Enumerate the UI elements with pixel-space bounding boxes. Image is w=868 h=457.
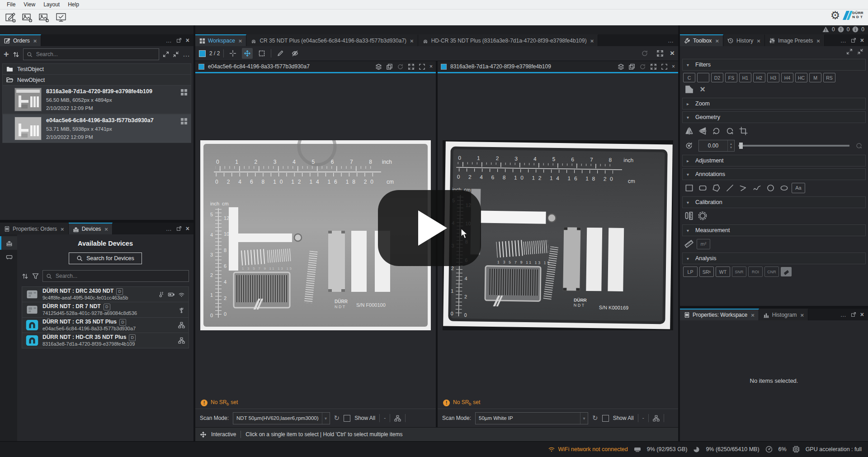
monitor-check-button[interactable]: [55, 12, 67, 24]
viewer-header[interactable]: e04ac5e6-6c84-4196-8a33-f577b3d930a7 ×: [195, 61, 436, 72]
image-stack-icon[interactable]: [386, 63, 393, 70]
scan-mode-dropdown[interactable]: 50µm White IP ▾: [475, 412, 588, 424]
rectangle-annotation-icon[interactable]: [683, 182, 695, 193]
tab-close-icon[interactable]: ×: [590, 38, 594, 44]
grid-view-icon[interactable]: [180, 89, 188, 96]
section-zoom[interactable]: ▸Zoom: [682, 98, 866, 109]
tabs-overflow-icon[interactable]: …: [668, 37, 674, 44]
panel-close-icon[interactable]: ×: [860, 311, 864, 318]
section-analysis[interactable]: ▾Analysis: [682, 252, 866, 264]
menu-file[interactable]: File: [3, 1, 19, 8]
tab-workspace[interactable]: Workspace ×: [195, 34, 246, 46]
tab-properties-workspace[interactable]: Properties: Workspace ×: [680, 309, 759, 320]
crop-icon[interactable]: [737, 125, 749, 136]
section-calibration[interactable]: ▾Calibration: [682, 196, 866, 208]
curve-annotation-icon[interactable]: [751, 182, 763, 193]
tab-image-presets[interactable]: Image Presets ×: [765, 34, 825, 46]
search-for-devices-button[interactable]: Search for Devices: [69, 252, 142, 264]
tab-close-icon[interactable]: ×: [715, 38, 719, 44]
ruler-measure-icon[interactable]: [683, 238, 695, 249]
filter-rs-button[interactable]: RS: [823, 73, 835, 82]
expand-sections-icon[interactable]: [846, 48, 853, 55]
import-image-button[interactable]: [21, 12, 34, 24]
cnr-analysis-button[interactable]: CNR: [764, 267, 779, 277]
collapse-all-icon[interactable]: [173, 51, 179, 57]
panel-close-icon[interactable]: ×: [186, 37, 189, 44]
line-annotation-icon[interactable]: [724, 182, 736, 193]
tab-history[interactable]: History ×: [723, 34, 765, 46]
orders-search[interactable]: [23, 48, 159, 60]
srb-analysis-button[interactable]: SRb: [699, 267, 714, 277]
move-tool[interactable]: [242, 48, 253, 59]
flip-vertical-icon[interactable]: [697, 125, 708, 136]
tab-properties-orders[interactable]: Properties: Orders ×: [0, 223, 69, 234]
folder-newobject[interactable]: NewObject: [2, 74, 191, 85]
devices-search[interactable]: [42, 270, 189, 282]
close-workspace-icon[interactable]: ×: [670, 49, 675, 58]
show-all-checkbox[interactable]: [602, 415, 609, 422]
free-rotate-icon[interactable]: [683, 140, 695, 151]
layers-icon[interactable]: [375, 63, 382, 70]
add-order-icon[interactable]: +: [4, 50, 9, 59]
roi-analysis-button[interactable]: ROI: [748, 267, 763, 277]
order-item[interactable]: e04ac5e6-6c84-4196-8a33-f577b3d930a7 53.…: [2, 114, 191, 143]
close-viewer-icon[interactable]: ×: [672, 63, 675, 70]
device-category-scanners[interactable]: [0, 236, 17, 250]
panel-close-icon[interactable]: ×: [186, 225, 189, 232]
sort-icon[interactable]: [13, 51, 19, 58]
section-annotations[interactable]: ▾Annotations: [682, 168, 866, 180]
popout-icon[interactable]: [851, 38, 856, 43]
menu-layout[interactable]: Layout: [39, 1, 64, 8]
settings-gear-icon[interactable]: ⚙: [830, 10, 840, 21]
popout-icon[interactable]: [176, 38, 182, 43]
panel-menu-icon[interactable]: …: [166, 37, 172, 44]
polyline-annotation-icon[interactable]: [737, 182, 749, 193]
network-icon[interactable]: [653, 415, 660, 422]
tab-close-icon[interactable]: ×: [104, 226, 108, 233]
scan-mode-dropdown[interactable]: NDT 50µm(HV620,laser6,rpm3000) ▾: [233, 412, 330, 424]
fullscreen-icon[interactable]: [419, 63, 425, 70]
hide-annotations-tool[interactable]: [289, 48, 300, 59]
filter-d1-button[interactable]: [697, 73, 709, 82]
section-geometry[interactable]: ▾Geometry: [682, 111, 866, 123]
devices-search-input[interactable]: [55, 272, 185, 280]
fullscreen-icon[interactable]: [661, 63, 668, 70]
tab-close-icon[interactable]: ×: [239, 38, 242, 44]
circle-annotation-icon[interactable]: [764, 182, 776, 193]
tab-close-icon[interactable]: ×: [410, 38, 414, 44]
collapse-sections-icon[interactable]: [857, 48, 863, 55]
panel-menu-icon[interactable]: …: [166, 225, 172, 232]
remove-filter-icon[interactable]: ×: [697, 84, 708, 95]
expand-all-icon[interactable]: [163, 51, 169, 57]
section-adjustment[interactable]: ▸Adjustment: [682, 155, 866, 167]
tab-toolbox[interactable]: Toolbox ×: [680, 34, 723, 46]
tab-cr35[interactable]: CR 35 NDT Plus (e04ac5e6-6c84-4196-8a33-…: [246, 34, 418, 46]
filter-m-button[interactable]: M: [809, 73, 821, 82]
annotate-pencil-tool[interactable]: [275, 48, 286, 59]
snr-analysis-button[interactable]: SNR: [732, 267, 746, 277]
flip-horizontal-icon[interactable]: [683, 125, 695, 136]
menu-view[interactable]: View: [19, 1, 39, 8]
layers-icon[interactable]: [618, 63, 624, 70]
filter-fs-button[interactable]: FS: [725, 73, 737, 82]
decrement-icon[interactable]: -: [642, 415, 644, 421]
roi-calibration-icon[interactable]: [697, 210, 708, 221]
rotation-angle-stepper[interactable]: 0.00 ▴▾: [698, 140, 735, 152]
text-annotation-button[interactable]: Aa: [792, 183, 805, 193]
folder-testobject[interactable]: TestObject: [2, 63, 191, 74]
orders-more-icon[interactable]: …: [183, 50, 190, 58]
popout-icon[interactable]: [176, 226, 182, 231]
network-icon[interactable]: [394, 415, 401, 422]
new-order-button[interactable]: [5, 12, 17, 24]
panel-close-icon[interactable]: ×: [860, 37, 864, 44]
grid-view-icon[interactable]: [180, 118, 188, 125]
decrement-icon[interactable]: -: [384, 415, 386, 421]
export-image-button[interactable]: [38, 12, 51, 24]
crosshair-tool[interactable]: [227, 48, 238, 59]
tab-close-icon[interactable]: ×: [816, 38, 820, 44]
rounded-rectangle-annotation-icon[interactable]: [697, 182, 708, 193]
rotate-cw-icon[interactable]: [710, 125, 722, 136]
filter-hc-button[interactable]: HC: [795, 73, 807, 82]
expand-viewer-icon[interactable]: [408, 63, 415, 70]
ellipse-annotation-icon[interactable]: [778, 182, 790, 193]
